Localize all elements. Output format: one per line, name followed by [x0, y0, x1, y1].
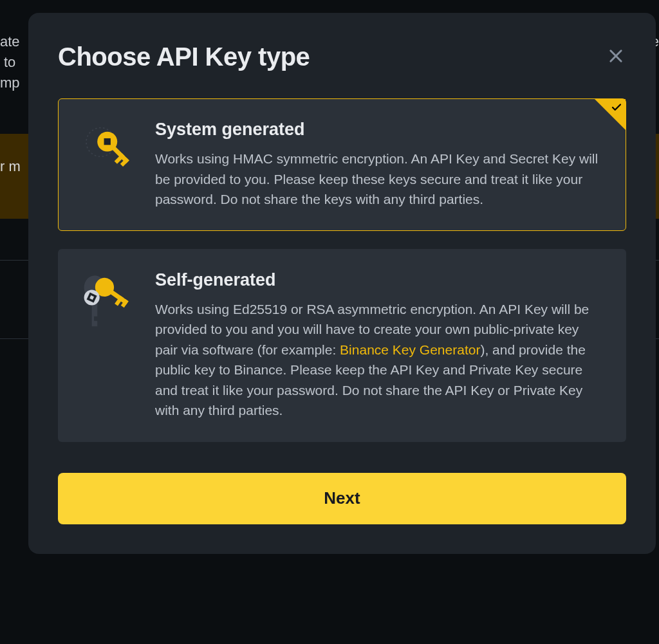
option-title: Self-generated [155, 270, 604, 290]
option-system-generated[interactable]: System generated Works using HMAC symmet… [58, 98, 626, 231]
close-button[interactable] [606, 47, 626, 68]
bg-text-fragment: r m [0, 158, 21, 175]
option-description: Works using Ed25519 or RSA asymmetric en… [155, 299, 604, 421]
next-button[interactable]: Next [58, 473, 626, 524]
key-icon [77, 120, 136, 210]
option-body: System generated Works using HMAC symmet… [155, 120, 604, 210]
binance-key-generator-link[interactable]: Binance Key Generator [340, 342, 480, 357]
bg-text-fragment: to [4, 54, 15, 71]
api-key-type-options: System generated Works using HMAC symmet… [58, 98, 626, 442]
option-title: System generated [155, 120, 604, 140]
option-body: Self-generated Works using Ed25519 or RS… [155, 270, 604, 421]
modal-title: Choose API Key type [58, 42, 310, 71]
choose-api-key-type-modal: Choose API Key type [28, 13, 656, 554]
bg-text-fragment: ate [0, 33, 20, 50]
svg-rect-4 [104, 138, 111, 145]
modal-header: Choose API Key type [58, 42, 626, 71]
option-self-generated[interactable]: Self-generated Works using Ed25519 or RS… [58, 249, 626, 442]
close-icon [607, 47, 625, 67]
check-icon [611, 102, 622, 116]
option-description: Works using HMAC symmetric encryption. A… [155, 149, 604, 210]
bg-text-fragment: mp [0, 75, 20, 91]
keys-icon [77, 270, 136, 421]
